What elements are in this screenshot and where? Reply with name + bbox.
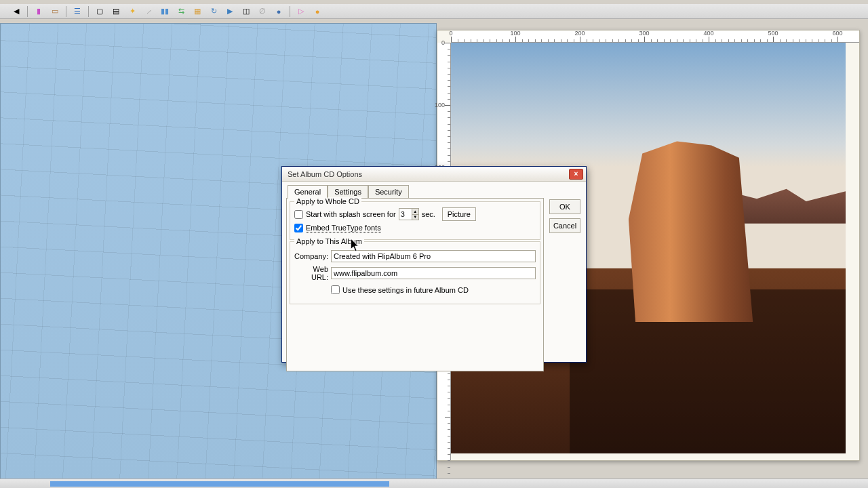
tab-general[interactable]: General <box>288 185 328 199</box>
picture-button[interactable]: Picture <box>442 207 476 221</box>
splash-seconds-spinner[interactable]: ▲▼ <box>399 208 419 220</box>
tab-security[interactable]: Security <box>368 185 409 199</box>
wand-icon[interactable]: ⟋ <box>142 5 155 18</box>
pause-icon[interactable]: ▮▮ <box>158 5 172 18</box>
group-this-album-legend: Apply to This Album <box>294 237 364 245</box>
dialog-titlebar[interactable]: Set Album CD Options × <box>282 167 586 182</box>
page-icon[interactable]: ▢ <box>93 5 106 18</box>
use-future-checkbox[interactable] <box>331 285 340 294</box>
crop-icon[interactable]: ◫ <box>239 5 253 18</box>
status-progress <box>50 481 389 487</box>
status-bar <box>0 479 868 488</box>
play-icon[interactable]: ▶ <box>223 5 237 18</box>
cancel-button[interactable]: Cancel <box>549 218 580 233</box>
embed-fonts-label: Embed TrueType fonts <box>306 224 381 232</box>
triangle-icon[interactable]: ▷ <box>294 5 308 18</box>
open-book-icon[interactable]: ▭ <box>48 5 62 18</box>
dialog-tabs: General Settings Security <box>288 184 582 198</box>
grid-icon[interactable]: ▦ <box>191 5 204 18</box>
company-label: Company: <box>294 252 328 260</box>
splash-seconds-input[interactable] <box>399 209 412 220</box>
globe-icon[interactable]: ● <box>272 5 285 18</box>
tab-panel-general: Apply to Whole CD Start with splash scre… <box>286 198 544 371</box>
null-icon[interactable]: ∅ <box>256 5 269 18</box>
company-input[interactable] <box>331 250 536 262</box>
link-icon[interactable]: ⇆ <box>174 5 188 18</box>
spinner-up-icon[interactable]: ▲ <box>412 209 418 215</box>
splash-unit: sec. <box>422 210 435 218</box>
splash-label: Start with splash screen for <box>306 210 396 218</box>
close-button[interactable]: × <box>569 169 583 180</box>
dialog-title: Set Album CD Options <box>288 170 569 178</box>
ok-button[interactable]: OK <box>549 199 580 214</box>
spinner-down-icon[interactable]: ▼ <box>412 215 418 220</box>
left-arrow-icon[interactable]: ◀ <box>9 5 23 18</box>
splash-checkbox[interactable] <box>294 210 303 219</box>
tab-settings[interactable]: Settings <box>328 185 368 199</box>
group-apply-whole-cd: Apply to Whole CD Start with splash scre… <box>290 201 540 240</box>
use-future-label: Use these settings in future Album CD <box>342 286 469 294</box>
main-toolbar: ◀ ▮ ▭ ☰ ▢ ▤ ✦ ⟋ ▮▮ ⇆ ▦ ↻ ▶ ◫ ∅ ● ▷ ● <box>0 4 868 19</box>
bookmark-icon[interactable]: ▮ <box>32 5 45 18</box>
set-album-cd-options-dialog: Set Album CD Options × General Settings … <box>281 166 587 363</box>
record-icon[interactable]: ● <box>311 5 324 18</box>
weburl-label: Web URL: <box>294 265 328 281</box>
group-apply-this-album: Apply to This Album Company: Web URL: Us… <box>290 241 540 304</box>
embed-fonts-checkbox[interactable] <box>294 224 303 232</box>
horizontal-ruler: 0100200300400500600 <box>451 30 859 43</box>
star-icon[interactable]: ✦ <box>125 5 139 18</box>
align-icon[interactable]: ☰ <box>71 5 84 18</box>
insert-icon[interactable]: ▤ <box>109 5 123 18</box>
weburl-input[interactable] <box>331 267 536 279</box>
refresh-icon[interactable]: ↻ <box>207 5 220 18</box>
